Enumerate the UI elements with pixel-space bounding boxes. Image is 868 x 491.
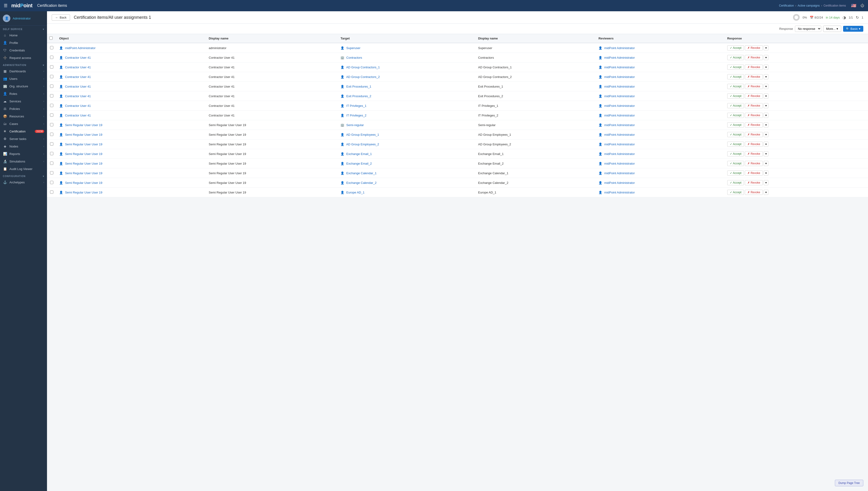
row-checkbox[interactable] [50, 85, 53, 88]
sidebar-item-services[interactable]: ☁ Services ‹ [0, 97, 47, 105]
accept-button[interactable]: ✓ Accept [727, 113, 744, 118]
basic-button[interactable]: 🔍 Basic ▾ [843, 26, 863, 32]
sidebar-item-policies[interactable]: ⚖ Policies ‹ [0, 105, 47, 113]
revoke-button[interactable]: ✗ Revoke [745, 180, 763, 185]
accept-button[interactable]: ✓ Accept [727, 151, 744, 156]
target-link[interactable]: AD Group Employees_1 [346, 133, 379, 137]
target-link[interactable]: Semi-regular [346, 123, 364, 127]
row-checkbox[interactable] [50, 46, 53, 49]
accept-button[interactable]: ✓ Accept [727, 93, 744, 98]
reviewer-link[interactable]: midPoint Administrator [604, 104, 635, 108]
reviewer-link[interactable]: midPoint Administrator [604, 152, 635, 156]
hamburger-icon[interactable]: ☰ [4, 3, 7, 8]
sidebar-item-certification[interactable]: ✳ Certification 15238 [0, 127, 47, 135]
reviewer-link[interactable]: midPoint Administrator [604, 133, 635, 137]
reviewer-link[interactable]: midPoint Administrator [604, 181, 635, 184]
row-checkbox-cell[interactable] [47, 53, 56, 62]
reviewer-link[interactable]: midPoint Administrator [604, 46, 635, 50]
sidebar-item-org-structure[interactable]: 🏢 Org. structure ‹ [0, 82, 47, 90]
object-link[interactable]: midPoint Administrator [65, 46, 95, 50]
accept-button[interactable]: ✓ Accept [727, 74, 744, 79]
response-select[interactable]: No response Accept Revoke No decision [795, 26, 821, 32]
accept-button[interactable]: ✓ Accept [727, 132, 744, 137]
reviewer-link[interactable]: midPoint Administrator [604, 85, 635, 88]
response-dropdown-button[interactable]: ▾ [764, 180, 768, 185]
reviewer-link[interactable]: midPoint Administrator [604, 75, 635, 79]
row-checkbox[interactable] [50, 181, 53, 184]
target-link[interactable]: AD Group Contractors_1 [346, 65, 380, 69]
section-chevron[interactable]: ▾ [43, 28, 44, 31]
target-link[interactable]: Contractors [346, 56, 362, 59]
row-checkbox-cell[interactable] [47, 82, 56, 91]
object-link[interactable]: Contractor User 41 [65, 75, 91, 79]
row-checkbox[interactable] [50, 123, 53, 126]
revoke-button[interactable]: ✗ Revoke [745, 45, 763, 51]
revoke-button[interactable]: ✗ Revoke [745, 113, 763, 118]
breadcrumb-certification[interactable]: Certification [779, 4, 794, 7]
response-dropdown-button[interactable]: ▾ [764, 84, 768, 89]
row-checkbox[interactable] [50, 65, 53, 68]
row-checkbox[interactable] [50, 104, 53, 107]
sidebar-item-nodes[interactable]: ◈ Nodes ‹ [0, 143, 47, 150]
accept-button[interactable]: ✓ Accept [727, 190, 744, 195]
response-dropdown-button[interactable]: ▾ [764, 171, 768, 176]
sidebar-item-users[interactable]: 👥 Users ‹ [0, 75, 47, 82]
sidebar-item-archetypes[interactable]: ⚓ Archetypes ‹ [0, 178, 47, 186]
response-dropdown-button[interactable]: ▾ [764, 93, 768, 98]
revoke-button[interactable]: ✗ Revoke [745, 161, 763, 166]
object-link[interactable]: Semi Regular User User 19 [65, 191, 103, 194]
row-checkbox[interactable] [50, 142, 53, 146]
sidebar-item-credentials[interactable]: 🛡 Credentials [0, 47, 47, 54]
section-admin-chevron[interactable]: ▾ [43, 64, 44, 66]
row-checkbox-cell[interactable] [47, 140, 56, 149]
sidebar-item-simulations[interactable]: 🔬 Simulations ‹ [0, 157, 47, 165]
object-link[interactable]: Contractor User 41 [65, 104, 91, 108]
target-link[interactable]: IT Privileges_2 [346, 114, 367, 117]
response-dropdown-button[interactable]: ▾ [764, 74, 768, 79]
target-link[interactable]: AD Group Employees_2 [346, 143, 379, 146]
sidebar-item-dashboards[interactable]: ▦ Dashboards ‹ [0, 67, 47, 75]
revoke-button[interactable]: ✗ Revoke [745, 84, 763, 89]
row-checkbox[interactable] [50, 75, 53, 78]
response-dropdown-button[interactable]: ▾ [764, 64, 768, 70]
accept-button[interactable]: ✓ Accept [727, 122, 744, 127]
row-checkbox-cell[interactable] [47, 149, 56, 159]
back-button[interactable]: ← Back [52, 14, 70, 21]
target-link[interactable]: AD Group Contractors_2 [346, 75, 380, 79]
row-checkbox-cell[interactable] [47, 62, 56, 72]
row-checkbox-cell[interactable] [47, 91, 56, 101]
accept-button[interactable]: ✓ Accept [727, 180, 744, 185]
sidebar-item-audit-log[interactable]: 📋 Audit Log Viewer [0, 165, 47, 173]
target-link[interactable]: Exchange Calendar_2 [346, 181, 377, 184]
row-checkbox[interactable] [50, 113, 53, 117]
object-link[interactable]: Semi Regular User User 19 [65, 133, 103, 137]
target-link[interactable]: Exchange Calendar_1 [346, 171, 377, 175]
target-link[interactable]: Europe AD_1 [346, 191, 364, 194]
revoke-button[interactable]: ✗ Revoke [745, 74, 763, 79]
reviewer-link[interactable]: midPoint Administrator [604, 171, 635, 175]
row-checkbox-cell[interactable] [47, 72, 56, 82]
reviewer-link[interactable]: midPoint Administrator [604, 94, 635, 98]
target-link[interactable]: IT Privileges_1 [346, 104, 367, 108]
sidebar-item-home[interactable]: ⌂ Home [0, 31, 47, 39]
accept-button[interactable]: ✓ Accept [727, 161, 744, 166]
reviewer-link[interactable]: midPoint Administrator [604, 123, 635, 127]
object-link[interactable]: Semi Regular User User 19 [65, 152, 103, 156]
sidebar-item-cases[interactable]: 🗂 Cases ‹ [0, 120, 47, 127]
row-checkbox[interactable] [50, 171, 53, 174]
sidebar-item-server-tasks[interactable]: ⚙ Server tasks ‹ [0, 135, 47, 143]
object-link[interactable]: Contractor User 41 [65, 65, 91, 69]
row-checkbox[interactable] [50, 191, 53, 194]
accept-button[interactable]: ✓ Accept [727, 84, 744, 89]
row-checkbox-cell[interactable] [47, 120, 56, 130]
object-link[interactable]: Semi Regular User User 19 [65, 162, 103, 165]
reviewer-link[interactable]: midPoint Administrator [604, 143, 635, 146]
row-checkbox-cell[interactable] [47, 187, 56, 197]
response-dropdown-button[interactable]: ▾ [764, 151, 768, 156]
breadcrumb-active-campaigns[interactable]: Active campaigns [798, 4, 820, 7]
response-dropdown-button[interactable]: ▾ [764, 161, 768, 166]
sidebar-item-request-access[interactable]: ➕ Request access [0, 54, 47, 61]
response-dropdown-button[interactable]: ▾ [764, 122, 768, 127]
revoke-button[interactable]: ✗ Revoke [745, 64, 763, 70]
revoke-button[interactable]: ✗ Revoke [745, 190, 763, 195]
